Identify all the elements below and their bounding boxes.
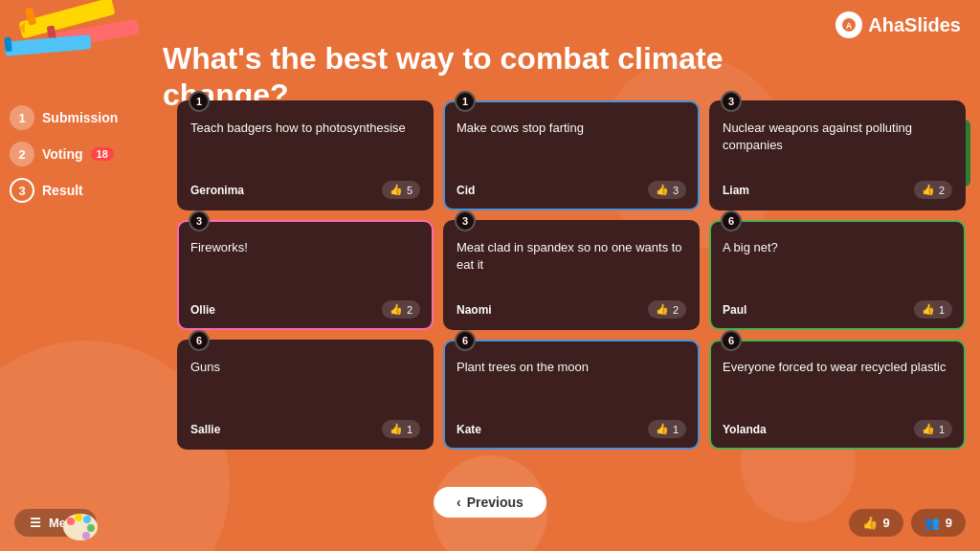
card-rank: 3 bbox=[455, 210, 476, 231]
card-author: Geronima bbox=[190, 184, 244, 197]
card-author: Sallie bbox=[190, 423, 220, 436]
thumbs-icon: 👍 bbox=[656, 184, 669, 196]
sidebar-num-3: 3 bbox=[10, 178, 34, 203]
bottom-stats: 👍 9 👥 9 bbox=[849, 509, 966, 537]
card-rank: 3 bbox=[721, 91, 742, 112]
card-author: Yolanda bbox=[723, 423, 767, 436]
card-rank: 1 bbox=[455, 91, 476, 112]
users-count: 9 bbox=[946, 516, 952, 530]
palette-decoration bbox=[59, 510, 102, 543]
card-footer: Geronima 👍 5 bbox=[190, 181, 420, 199]
card-rank: 1 bbox=[189, 91, 210, 112]
cards-grid: 1 Teach badgers how to photosynthesise G… bbox=[177, 100, 966, 450]
card-votes: 👍 2 bbox=[914, 181, 952, 199]
card-author: Kate bbox=[457, 423, 481, 436]
card-votes: 👍 2 bbox=[382, 300, 420, 319]
card-item: 6 A big net? Paul 👍 1 bbox=[709, 220, 966, 330]
card-item: 6 Plant trees on the moon Kate 👍 1 bbox=[443, 340, 700, 450]
card-item: 3 Nuclear weapons against polluting comp… bbox=[709, 100, 966, 210]
sidebar-label-result: Result bbox=[42, 183, 83, 198]
card-rank: 6 bbox=[721, 210, 742, 231]
card-footer: Paul 👍 1 bbox=[723, 300, 952, 319]
logo-icon: A bbox=[835, 11, 862, 38]
svg-point-27 bbox=[70, 527, 79, 535]
card-text: Guns bbox=[190, 359, 420, 410]
card-text: Nuclear weapons against polluting compan… bbox=[723, 120, 952, 171]
card-author: Naomi bbox=[457, 303, 492, 317]
logo: A AhaSlides bbox=[835, 11, 961, 38]
thumbs-icon: 👍 bbox=[390, 184, 403, 196]
card-author: Ollie bbox=[190, 303, 215, 317]
card-footer: Yolanda 👍 1 bbox=[723, 420, 952, 438]
pencil-decoration bbox=[0, 0, 172, 77]
card-text: Meat clad in spandex so no one wants to … bbox=[457, 239, 686, 291]
svg-point-24 bbox=[83, 516, 91, 523]
card-footer: Kate 👍 1 bbox=[457, 420, 686, 438]
svg-point-23 bbox=[75, 514, 82, 521]
card-item: 3 Meat clad in spandex so no one wants t… bbox=[443, 220, 700, 330]
card-rank: 3 bbox=[189, 210, 210, 231]
svg-rect-7 bbox=[4, 37, 11, 53]
sidebar-label-voting: Voting bbox=[42, 146, 83, 162]
sidebar: 1 Submission 2 Voting 18 3 Result bbox=[10, 105, 167, 203]
card-rank: 6 bbox=[721, 330, 742, 351]
card-text: Make cows stop farting bbox=[457, 120, 686, 171]
card-footer: Liam 👍 2 bbox=[723, 181, 952, 199]
thumbs-icon: 👍 bbox=[922, 303, 935, 316]
card-text: Plant trees on the moon bbox=[457, 359, 686, 410]
thumbs-icon: 👍 bbox=[390, 423, 403, 435]
prev-arrow-icon: ‹ bbox=[457, 495, 461, 510]
svg-point-25 bbox=[87, 524, 95, 532]
card-item: 3 Fireworks! Ollie 👍 2 bbox=[177, 220, 434, 330]
card-footer: Naomi 👍 2 bbox=[457, 300, 686, 319]
thumbs-icon: 👍 bbox=[656, 423, 669, 435]
thumbs-icon: 👍 bbox=[656, 303, 669, 316]
card-author: Cid bbox=[457, 184, 475, 197]
card-item: 6 Everyone forced to wear recycled plast… bbox=[709, 340, 966, 450]
card-item: 1 Teach badgers how to photosynthesise G… bbox=[177, 100, 434, 210]
card-item: 6 Guns Sallie 👍 1 bbox=[177, 340, 434, 450]
card-text: Teach badgers how to photosynthesise bbox=[190, 120, 420, 171]
sidebar-num-1: 1 bbox=[10, 105, 34, 130]
card-votes: 👍 2 bbox=[648, 300, 686, 319]
card-rank: 6 bbox=[455, 330, 476, 351]
card-footer: Cid 👍 3 bbox=[457, 181, 686, 199]
card-text: Fireworks! bbox=[190, 239, 420, 291]
prev-label: Previous bbox=[467, 495, 523, 510]
sidebar-num-2: 2 bbox=[10, 142, 34, 166]
card-votes: 👍 1 bbox=[914, 300, 952, 319]
thumbs-icon: 👍 bbox=[922, 423, 935, 435]
thumbs-icon: 👍 bbox=[390, 303, 403, 316]
svg-point-22 bbox=[67, 518, 75, 525]
card-footer: Sallie 👍 1 bbox=[190, 420, 420, 438]
card-item: 1 Make cows stop farting Cid 👍 3 bbox=[443, 100, 700, 210]
users-icon: 👥 bbox=[924, 516, 940, 530]
sidebar-label-submission: Submission bbox=[42, 110, 118, 125]
voting-badge: 18 bbox=[91, 147, 114, 161]
svg-point-26 bbox=[82, 532, 90, 540]
card-rank: 6 bbox=[189, 330, 210, 351]
sidebar-item-voting[interactable]: 2 Voting 18 bbox=[10, 142, 167, 166]
card-votes: 👍 5 bbox=[382, 181, 420, 199]
card-text: Everyone forced to wear recycled plastic bbox=[723, 359, 952, 410]
sidebar-item-result[interactable]: 3 Result bbox=[10, 178, 167, 203]
svg-text:A: A bbox=[846, 21, 853, 31]
card-author: Liam bbox=[723, 184, 749, 197]
menu-icon: ☰ bbox=[30, 516, 41, 530]
card-votes: 👍 1 bbox=[914, 420, 952, 438]
sidebar-item-submission[interactable]: 1 Submission bbox=[10, 105, 167, 130]
votes-count: 9 bbox=[883, 516, 890, 530]
card-text: A big net? bbox=[723, 239, 952, 291]
card-votes: 👍 3 bbox=[648, 181, 686, 199]
card-footer: Ollie 👍 2 bbox=[190, 300, 420, 319]
users-stat: 👥 9 bbox=[911, 509, 966, 537]
thumbs-up-icon: 👍 bbox=[862, 516, 878, 530]
logo-text: AhaSlides bbox=[868, 14, 961, 36]
card-author: Paul bbox=[723, 303, 746, 317]
card-votes: 👍 1 bbox=[648, 420, 686, 438]
previous-button[interactable]: ‹ Previous bbox=[434, 487, 546, 518]
thumbs-icon: 👍 bbox=[922, 184, 935, 196]
votes-stat: 👍 9 bbox=[849, 509, 903, 537]
card-votes: 👍 1 bbox=[382, 420, 420, 438]
